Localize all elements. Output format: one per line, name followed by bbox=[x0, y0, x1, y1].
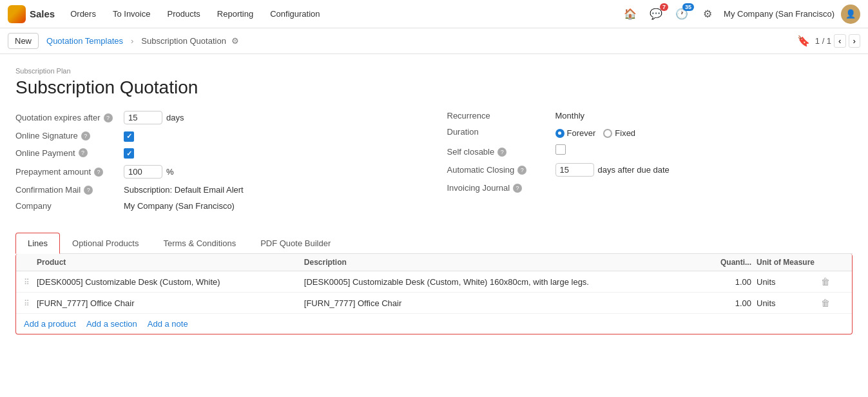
duration-row: Duration Forever Fixed bbox=[447, 127, 853, 138]
company-name[interactable]: My Company (San Francisco) bbox=[724, 9, 834, 19]
logo-icon bbox=[8, 5, 26, 23]
new-button[interactable]: New bbox=[8, 33, 39, 49]
automatic-closing-suffix: days after due date bbox=[598, 165, 670, 175]
row2-qty[interactable]: 1.00 bbox=[705, 298, 757, 308]
invoicing-journal-help-icon[interactable]: ? bbox=[513, 184, 522, 193]
nav-products[interactable]: Products bbox=[159, 5, 207, 23]
company-label: Company bbox=[15, 201, 119, 211]
prepayment-amount-help-icon[interactable]: ? bbox=[94, 168, 103, 177]
drag-handle-2[interactable]: ⠿ bbox=[24, 298, 37, 308]
duration-fixed-option[interactable]: Fixed bbox=[603, 128, 635, 138]
add-note-link[interactable]: Add a note bbox=[148, 319, 188, 329]
row2-delete-icon[interactable]: 🗑 bbox=[821, 298, 830, 308]
duration-fixed-radio[interactable] bbox=[603, 129, 612, 138]
row2-description[interactable]: [FURN_7777] Office Chair bbox=[304, 298, 705, 308]
lines-table: Product Description Quanti... Unit of Me… bbox=[15, 254, 853, 334]
pager-prev-button[interactable]: ‹ bbox=[834, 34, 845, 48]
tab-terms-conditions[interactable]: Terms & Conditions bbox=[151, 233, 248, 254]
row1-delete[interactable]: 🗑 bbox=[821, 276, 844, 287]
row1-uom[interactable]: Units bbox=[757, 277, 821, 287]
row1-qty[interactable]: 1.00 bbox=[705, 277, 757, 287]
app-logo[interactable]: Sales bbox=[8, 5, 55, 23]
recurrence-row: Recurrence Monthly bbox=[447, 111, 853, 121]
row2-delete[interactable]: 🗑 bbox=[821, 298, 844, 308]
tab-lines[interactable]: Lines bbox=[15, 233, 60, 254]
confirmation-mail-row: Confirmation Mail ? Subscription: Defaul… bbox=[15, 185, 421, 195]
tab-pdf-quote-builder[interactable]: PDF Quote Builder bbox=[248, 233, 343, 254]
self-closable-row: Self closable ? bbox=[447, 144, 853, 157]
nav-right-section: 🏠 💬 7 🕐 35 ⚙ My Company (San Francisco) … bbox=[621, 5, 860, 24]
duration-fixed-label: Fixed bbox=[615, 128, 635, 138]
sub-nav-right: 🔖 1 / 1 ‹ › bbox=[797, 34, 860, 48]
duration-forever-label: Forever bbox=[567, 128, 596, 138]
row1-product[interactable]: [DESK0005] Customizable Desk (Custom, Wh… bbox=[37, 277, 304, 287]
row2-uom[interactable]: Units bbox=[757, 298, 821, 308]
confirmation-mail-help-icon[interactable]: ? bbox=[84, 186, 93, 195]
duration-value: Forever Fixed bbox=[555, 128, 636, 138]
discuss-badge: 7 bbox=[660, 3, 668, 11]
breadcrumb-gear-icon[interactable]: ⚙ bbox=[231, 36, 239, 46]
prepayment-amount-value: % bbox=[124, 165, 174, 179]
self-closable-value bbox=[555, 144, 566, 155]
header-drag bbox=[24, 258, 37, 267]
tab-optional-products[interactable]: Optional Products bbox=[60, 233, 151, 254]
user-avatar[interactable]: 👤 bbox=[841, 5, 860, 24]
duration-forever-option[interactable]: Forever bbox=[555, 128, 596, 138]
table-footer: Add a product Add a section Add a note bbox=[16, 314, 852, 334]
row1-description[interactable]: [DESK0005] Customizable Desk (Custom, Wh… bbox=[304, 277, 705, 287]
online-signature-checkbox[interactable] bbox=[124, 131, 134, 142]
online-payment-help-icon[interactable]: ? bbox=[79, 148, 88, 157]
bookmark-icon[interactable]: 🔖 bbox=[797, 35, 810, 47]
prepayment-amount-unit: % bbox=[166, 167, 174, 177]
automatic-closing-input[interactable] bbox=[555, 163, 594, 177]
add-section-link[interactable]: Add a section bbox=[86, 319, 137, 329]
app-name: Sales bbox=[30, 8, 55, 19]
nav-configuration[interactable]: Configuration bbox=[262, 5, 327, 23]
prepayment-amount-label: Prepayment amount ? bbox=[15, 167, 119, 177]
quotation-expires-input[interactable] bbox=[124, 111, 162, 124]
table-header: Product Description Quanti... Unit of Me… bbox=[16, 254, 852, 271]
form-right: Recurrence Monthly Duration Forever Fixe… bbox=[447, 111, 853, 217]
duration-forever-radio[interactable] bbox=[555, 129, 564, 138]
header-description: Description bbox=[304, 258, 705, 267]
row2-product[interactable]: [FURN_7777] Office Chair bbox=[37, 298, 304, 308]
automatic-closing-label: Automatic Closing ? bbox=[447, 165, 550, 175]
settings-icon[interactable]: ⚙ bbox=[698, 5, 717, 24]
nav-reporting[interactable]: Reporting bbox=[209, 5, 261, 23]
top-navbar: Sales Orders To Invoice Products Reporti… bbox=[0, 0, 868, 28]
online-signature-help-icon[interactable]: ? bbox=[81, 131, 90, 140]
recurrence-label: Recurrence bbox=[447, 111, 550, 121]
quotation-expires-help-icon[interactable]: ? bbox=[104, 113, 113, 122]
automatic-closing-help-icon[interactable]: ? bbox=[517, 166, 526, 175]
form-left: Quotation expires after ? days Online Si… bbox=[15, 111, 421, 217]
header-uom: Unit of Measure bbox=[757, 258, 821, 267]
header-product: Product bbox=[37, 258, 304, 267]
pager: 1 / 1 ‹ › bbox=[815, 34, 860, 48]
tabs-bar: Lines Optional Products Terms & Conditio… bbox=[15, 233, 853, 254]
breadcrumb-current-label: Subscription Quotation bbox=[141, 36, 226, 46]
table-row: ⠿ [DESK0005] Customizable Desk (Custom, … bbox=[16, 271, 852, 293]
add-product-link[interactable]: Add a product bbox=[24, 319, 76, 329]
confirmation-mail-value: Subscription: Default Email Alert bbox=[124, 185, 244, 195]
page-title: Subscription Quotation bbox=[15, 77, 853, 98]
header-del bbox=[821, 258, 844, 267]
duration-label: Duration bbox=[447, 127, 550, 137]
breadcrumb-link[interactable]: Quotation Templates bbox=[46, 36, 123, 46]
discuss-icon[interactable]: 💬 7 bbox=[646, 5, 666, 24]
row1-delete-icon[interactable]: 🗑 bbox=[821, 276, 830, 287]
quotation-expires-row: Quotation expires after ? days bbox=[15, 111, 421, 124]
activity-icon[interactable]: 🕐 35 bbox=[672, 5, 691, 24]
recurrence-value: Monthly bbox=[555, 111, 585, 121]
drag-handle[interactable]: ⠿ bbox=[24, 277, 37, 287]
online-signature-row: Online Signature ? bbox=[15, 131, 421, 142]
pager-next-button[interactable]: › bbox=[849, 34, 860, 48]
pager-text: 1 / 1 bbox=[815, 36, 831, 46]
company-row: Company My Company (San Francisco) bbox=[15, 201, 421, 211]
shop-icon[interactable]: 🏠 bbox=[621, 5, 640, 24]
nav-to-invoice[interactable]: To Invoice bbox=[105, 5, 159, 23]
nav-orders[interactable]: Orders bbox=[63, 5, 104, 23]
online-payment-checkbox[interactable] bbox=[124, 148, 134, 159]
self-closable-help-icon[interactable]: ? bbox=[497, 148, 506, 157]
self-closable-checkbox[interactable] bbox=[555, 144, 566, 155]
prepayment-amount-input[interactable] bbox=[124, 165, 162, 179]
